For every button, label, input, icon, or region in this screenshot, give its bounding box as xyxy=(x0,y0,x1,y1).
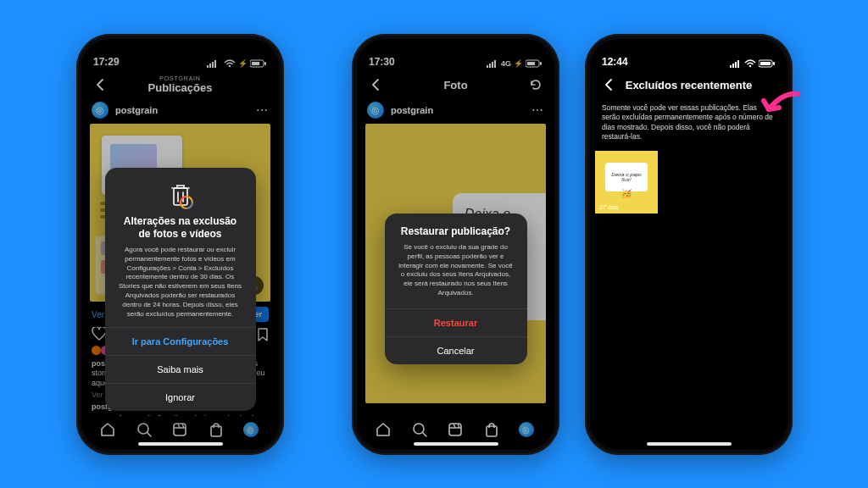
home-indicator[interactable] xyxy=(414,442,498,446)
thumb-text: Deixa o papo fluir! xyxy=(605,163,648,191)
modal-title: Alterações na exclusão de fotos e vídeos xyxy=(105,210,256,246)
modal-title: Restaurar publicação? xyxy=(385,214,527,243)
annotation-arrow-icon xyxy=(757,91,799,131)
modal-cancel-button[interactable]: Cancelar xyxy=(385,336,527,364)
phone-1: 17:29 ⚡ xyxy=(76,34,284,455)
wifi-icon xyxy=(744,59,756,68)
home-indicator[interactable] xyxy=(138,442,223,446)
modal-body: Se você o excluiu da sua grade do perfil… xyxy=(385,243,527,308)
back-button[interactable] xyxy=(598,78,619,92)
signal-icon xyxy=(730,59,742,68)
trash-icon xyxy=(105,168,256,210)
notch xyxy=(643,39,736,58)
nav-title: Excluídos recentemente xyxy=(619,79,759,92)
status-time: 12:44 xyxy=(602,56,628,68)
battery-icon xyxy=(759,59,776,68)
modal-learn-more-button[interactable]: Saiba mais xyxy=(105,355,256,383)
notch xyxy=(134,39,227,58)
svg-point-27 xyxy=(749,65,751,67)
svg-point-9 xyxy=(181,197,192,208)
modal-body: Agora você pode restaurar ou excluir per… xyxy=(105,246,256,327)
deleted-thumbnail[interactable]: Deixa o papo fluir! 🥳 27 dias xyxy=(595,151,658,214)
svg-rect-24 xyxy=(732,64,734,68)
restore-post-modal: Restaurar publicação? Se você o excluiu … xyxy=(385,214,527,364)
phone-3: 12:44 Excluídos recentemente xyxy=(585,34,793,455)
svg-rect-26 xyxy=(737,60,739,68)
notch xyxy=(409,39,503,58)
home-indicator[interactable] xyxy=(647,442,732,446)
modal-ignore-button[interactable]: Ignorar xyxy=(105,383,256,411)
svg-rect-30 xyxy=(760,62,771,65)
delete-changes-modal: Alterações na exclusão de fotos e vídeos… xyxy=(105,168,256,411)
modal-restore-button[interactable]: Restaurar xyxy=(385,308,527,336)
svg-rect-23 xyxy=(730,65,732,68)
phone-2: 17:30 4G ⚡ Foto xyxy=(352,34,559,455)
svg-rect-29 xyxy=(773,62,775,65)
thumb-emoji-icon: 🥳 xyxy=(621,189,632,198)
svg-rect-25 xyxy=(735,62,737,68)
modal-go-settings-button[interactable]: Ir para Configurações xyxy=(105,327,256,355)
days-left-badge: 27 dias xyxy=(598,203,620,211)
deleted-grid: Deixa o papo fluir! 🥳 27 dias xyxy=(590,149,787,215)
